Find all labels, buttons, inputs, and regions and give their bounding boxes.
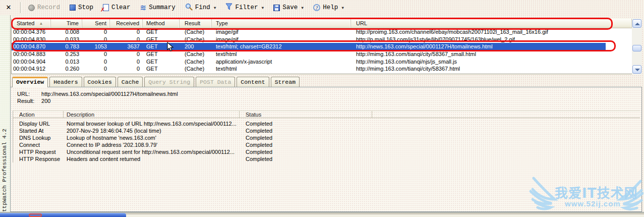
cell-time: 0.783 bbox=[51, 43, 82, 50]
request-row[interactable]: 00:00:04.904 0.013 0 0 GET (Cache) appli… bbox=[12, 58, 632, 66]
tab[interactable]: Stream bbox=[271, 77, 300, 87]
cell-sent: 0 bbox=[82, 58, 110, 66]
column-header-url[interactable]: URL bbox=[351, 19, 632, 28]
record-label: Record bbox=[37, 4, 60, 11]
cell-type: text/html bbox=[212, 65, 351, 73]
action-row: DNS Lookup Lookup of hostname 'news.163.… bbox=[13, 134, 640, 141]
stop-button[interactable]: Stop bbox=[68, 3, 95, 12]
request-grid-header: Started ▲ Time Sent Received Method Resu… bbox=[12, 19, 632, 28]
cell-status: Completed bbox=[240, 155, 372, 162]
request-row[interactable]: 00:00:04.883 0.253 0 0 GET (Cache) text/… bbox=[12, 50, 632, 58]
overview-tab-content: URL: http://news.163.com/special/0001127… bbox=[10, 87, 642, 212]
cell-type: text/html bbox=[212, 50, 351, 58]
filter-label: Filter bbox=[235, 4, 258, 11]
action-row: Started At 2007-Nov-29 18:46:04.745 (loc… bbox=[13, 127, 640, 134]
cell-status: Completed bbox=[240, 120, 372, 127]
detail-panel: Overview Headers Cookies Cache Query Str… bbox=[10, 77, 642, 212]
cell-started: 00:00:04.904 bbox=[12, 58, 51, 66]
cell-action: Started At bbox=[13, 127, 64, 134]
cell-type: text/html; charset=GB2312 bbox=[212, 43, 351, 50]
scroll-up-button[interactable] bbox=[632, 19, 641, 28]
cell-result: (Cache) bbox=[180, 36, 212, 43]
cell-result: (Cache) bbox=[180, 58, 212, 66]
result-value: 200 bbox=[41, 98, 50, 104]
cell-sent: 0 bbox=[82, 28, 110, 36]
cell-started: 00:00:04.830 bbox=[12, 36, 51, 43]
cell-result: (Cache) bbox=[180, 28, 212, 36]
url-value: http://news.163.com/special/0001127H/tom… bbox=[41, 91, 178, 97]
tab[interactable]: Query String bbox=[144, 77, 194, 87]
scrollbar-thumb[interactable] bbox=[632, 45, 641, 51]
tab[interactable]: Headers bbox=[49, 77, 82, 87]
tab[interactable]: Cache bbox=[118, 77, 143, 87]
cell-url: http://p.mail.163.com/js31style/lib/0709… bbox=[351, 36, 632, 43]
close-icon[interactable]: ✕ bbox=[4, 3, 13, 12]
column-header-status: Status bbox=[240, 111, 372, 118]
save-button[interactable]: Save ▼ bbox=[271, 3, 306, 12]
tab[interactable]: Overview bbox=[12, 77, 48, 87]
grid-scrollbar[interactable] bbox=[632, 19, 642, 74]
record-icon bbox=[28, 5, 35, 11]
action-row: Connect Connect to IP address '202.108.9… bbox=[13, 141, 640, 148]
find-dropdown-icon[interactable]: ▼ bbox=[214, 6, 216, 10]
scroll-down-button[interactable] bbox=[632, 65, 641, 74]
record-button[interactable]: Record bbox=[26, 3, 62, 12]
sort-ascending-icon: ▲ bbox=[39, 21, 43, 26]
column-header-type[interactable]: Type bbox=[212, 19, 351, 28]
app-version-caption: ttpWatch Professional 4.2 bbox=[2, 129, 8, 212]
stop-icon bbox=[70, 5, 76, 11]
column-header-received[interactable]: Received bbox=[110, 19, 143, 28]
cell-received: 0 bbox=[110, 36, 143, 43]
cell-received: 0 bbox=[110, 65, 143, 73]
cell-url: http://mimg.163.com/tianqi/city/58367_sm… bbox=[351, 50, 632, 58]
summary-button[interactable]: ≋ Summary bbox=[138, 3, 178, 12]
cell-action: Display URL bbox=[13, 120, 64, 127]
cell-description: Unconditional request sent for http://ne… bbox=[64, 148, 240, 155]
cell-type: application/x-javascript bbox=[212, 58, 351, 66]
request-row[interactable]: 00:00:04.376 0.008 0 0 GET (Cache) image… bbox=[12, 28, 632, 36]
detail-tabs: Overview Headers Cookies Cache Query Str… bbox=[12, 77, 300, 87]
help-dropdown-icon[interactable]: ▼ bbox=[341, 6, 344, 10]
cell-method: GET bbox=[143, 43, 180, 50]
request-row[interactable]: 00:00:04.830 0.033 0 0 GET (Cache) image… bbox=[12, 36, 632, 43]
cell-time: 0.008 bbox=[51, 28, 82, 36]
tab[interactable]: POST Data bbox=[196, 77, 235, 87]
request-row[interactable]: 00:00:04.870 0.783 1053 3637 GET 200 tex… bbox=[12, 43, 632, 50]
tab[interactable]: Cookies bbox=[84, 77, 116, 87]
cell-method: GET bbox=[143, 28, 180, 36]
save-dropdown-icon[interactable]: ▼ bbox=[301, 6, 304, 10]
cell-started: 00:00:04.376 bbox=[12, 28, 51, 36]
clear-button[interactable]: Clear bbox=[101, 3, 133, 12]
column-header-result[interactable]: Result bbox=[180, 19, 212, 28]
cell-sent: 0 bbox=[82, 65, 110, 73]
request-row[interactable]: 00:00:04.912 0.260 0 0 GET (Cache) text/… bbox=[12, 65, 632, 73]
find-button[interactable]: Find ▼ bbox=[183, 2, 218, 14]
stop-label: Stop bbox=[78, 4, 93, 11]
action-table: Action Description Status Display URL No… bbox=[13, 111, 640, 162]
request-grid: Started ▲ Time Sent Received Method Resu… bbox=[11, 19, 632, 74]
cell-action: DNS Lookup bbox=[13, 134, 64, 141]
tab[interactable]: Content bbox=[237, 77, 269, 87]
action-row: Display URL Normal browser lookup of URL… bbox=[13, 120, 640, 127]
column-header-sent[interactable]: Sent bbox=[82, 19, 110, 28]
search-icon bbox=[185, 3, 193, 13]
summary-icon: ≋ bbox=[140, 5, 147, 11]
request-grid-body: 00:00:04.376 0.008 0 0 GET (Cache) image… bbox=[12, 28, 632, 73]
filter-button[interactable]: Filter ▼ bbox=[223, 2, 266, 13]
column-header-method[interactable]: Method bbox=[143, 19, 180, 28]
column-header-action: Action bbox=[13, 111, 64, 118]
cell-action: HTTP Request bbox=[13, 148, 64, 155]
cell-time: 0.260 bbox=[51, 65, 82, 73]
cell-sent: 0 bbox=[82, 50, 110, 58]
help-button[interactable]: ? Help ▼ bbox=[311, 3, 346, 12]
filter-dropdown-icon[interactable]: ▼ bbox=[261, 6, 264, 10]
cell-method: GET bbox=[143, 50, 180, 58]
action-table-header: Action Description Status bbox=[13, 111, 640, 118]
cell-sent: 1053 bbox=[82, 43, 110, 50]
cell-description: 2007-Nov-29 18:46:04.745 (local time) bbox=[64, 127, 240, 134]
cell-time: 0.253 bbox=[51, 50, 82, 58]
column-header-started[interactable]: Started ▲ bbox=[12, 19, 51, 28]
column-header-time[interactable]: Time bbox=[51, 19, 82, 28]
result-label: Result: bbox=[17, 98, 40, 104]
cell-status: Completed bbox=[240, 134, 372, 141]
